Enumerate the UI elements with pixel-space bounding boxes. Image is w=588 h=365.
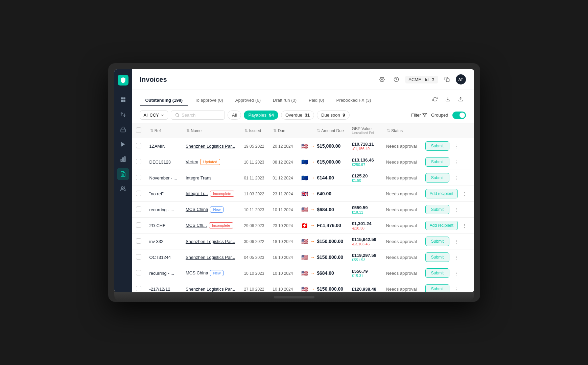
- gbp-value: £120,938.48: [352, 287, 378, 292]
- filter-button[interactable]: Filter: [411, 113, 427, 118]
- vendor-name[interactable]: Shenzhen Logistics Par...: [186, 255, 235, 260]
- export-button[interactable]: [456, 94, 466, 104]
- filter-due-soon[interactable]: Due soon 9: [317, 111, 350, 120]
- main-content: Invoices ACME Ltd AT: [132, 69, 474, 292]
- filter-payables-count: 94: [269, 113, 274, 118]
- vendor-name[interactable]: MCS China: [186, 270, 208, 275]
- more-menu-button[interactable]: ⋮: [451, 173, 461, 182]
- row-checkbox-2[interactable]: [136, 175, 141, 180]
- filter-overdue[interactable]: Overdue 31: [281, 111, 314, 120]
- user-avatar[interactable]: AT: [456, 74, 466, 84]
- copy-button[interactable]: [442, 74, 452, 85]
- search-box[interactable]: Search: [171, 111, 225, 120]
- tab-outstanding[interactable]: Outstanding (198): [140, 95, 188, 106]
- row-checkbox-3[interactable]: [136, 191, 141, 196]
- row-checkbox-5[interactable]: [136, 222, 141, 228]
- company-selector[interactable]: ACME Ltd: [405, 76, 438, 83]
- app-logo[interactable]: [118, 75, 128, 86]
- add-recipient-button[interactable]: Add recipient: [425, 189, 458, 198]
- tab-approved[interactable]: Approved (6): [230, 95, 266, 106]
- currency-flag: 🇺🇸: [301, 286, 308, 292]
- issued-date: 01 11 2023: [244, 176, 264, 180]
- row-checkbox-7[interactable]: [136, 254, 141, 260]
- filter-overdue-label: Overdue: [285, 113, 302, 118]
- col-status: ⇅ Status: [382, 123, 421, 138]
- vendor-name[interactable]: Vertex: [186, 159, 198, 164]
- sidebar-item-invoices[interactable]: [117, 168, 129, 180]
- row-checkbox-0[interactable]: [136, 143, 141, 148]
- more-menu-button[interactable]: ⋮: [451, 284, 461, 292]
- add-recipient-button[interactable]: Add recipient: [425, 221, 458, 230]
- due-date: 23 10 2024: [273, 223, 293, 228]
- sidebar-item-analytics[interactable]: [117, 153, 129, 165]
- more-menu-button[interactable]: ⋮: [451, 252, 461, 262]
- submit-button[interactable]: Submit: [425, 157, 449, 167]
- download-button[interactable]: [443, 94, 453, 104]
- tab-draft-run[interactable]: Draft run (0): [267, 95, 302, 106]
- submit-button[interactable]: Submit: [425, 173, 449, 182]
- vendor-name[interactable]: Shenzhen Logistics Par...: [186, 287, 235, 292]
- vendor-name[interactable]: Shenzhen Logistics Par...: [186, 239, 235, 244]
- due-date: 23 11 2024: [273, 192, 293, 196]
- grouped-toggle[interactable]: [452, 112, 466, 119]
- refresh-button[interactable]: [430, 94, 440, 104]
- amount-cell: 🇺🇸 → $15,000.00: [301, 143, 344, 149]
- table-row: OCT31244Shenzhen Logistics Par...04 05 2…: [132, 249, 474, 265]
- more-menu-button[interactable]: ⋮: [451, 141, 461, 151]
- sidebar-item-transfers[interactable]: [117, 108, 129, 121]
- filter-payables[interactable]: Payables 94: [244, 111, 278, 120]
- due-date: 16 10 2024: [273, 255, 293, 260]
- vendor-name[interactable]: Integre Trans: [186, 175, 212, 180]
- header: Invoices ACME Ltd AT: [132, 69, 474, 90]
- row-checkbox-4[interactable]: [136, 206, 141, 212]
- sidebar-item-security[interactable]: [117, 123, 129, 136]
- vendor-name[interactable]: Shenzhen Logistics Par...: [186, 144, 235, 149]
- more-menu-button[interactable]: ⋮: [451, 205, 461, 214]
- submit-button[interactable]: Submit: [425, 252, 449, 262]
- sidebar-item-play[interactable]: [117, 138, 129, 150]
- new-badge: New: [210, 270, 224, 276]
- filter-all[interactable]: All: [228, 111, 241, 120]
- gbp-value: £559.59: [352, 205, 378, 210]
- submit-button[interactable]: Submit: [425, 205, 449, 214]
- submit-button[interactable]: Submit: [425, 284, 449, 292]
- tab-prebooked-fx[interactable]: Prebooked FX (3): [331, 95, 377, 106]
- row-checkbox-8[interactable]: [136, 270, 141, 275]
- invoices-table: ⇅ Ref ⇅ Name ⇅ Issued ⇅ Due ⇅ Amount Due…: [132, 123, 474, 292]
- submit-button[interactable]: Submit: [425, 237, 449, 246]
- more-menu-button[interactable]: ⋮: [451, 237, 461, 246]
- submit-button[interactable]: Submit: [425, 268, 449, 278]
- more-menu-button[interactable]: ⋮: [451, 268, 461, 278]
- status-text: Needs approval: [386, 160, 417, 165]
- tab-paid[interactable]: Paid (0): [303, 95, 330, 106]
- gbp-value: £10,718.11: [352, 142, 378, 147]
- settings-button[interactable]: [377, 74, 387, 85]
- row-checkbox-6[interactable]: [136, 238, 141, 244]
- sidebar-item-dashboard[interactable]: [117, 94, 129, 106]
- tabs-bar: Outstanding (198) To approve (0) Approve…: [132, 90, 474, 107]
- arrow-icon: →: [310, 239, 315, 244]
- pnl-value: -£3,103.45: [352, 242, 378, 246]
- arrow-icon: →: [310, 207, 315, 212]
- more-menu-button[interactable]: ⋮: [451, 157, 461, 167]
- invoices-table-container: ⇅ Ref ⇅ Name ⇅ Issued ⇅ Due ⇅ Amount Due…: [132, 123, 474, 292]
- currency-flag: 🇪🇺: [301, 175, 308, 181]
- svg-rect-8: [124, 157, 125, 162]
- row-checkbox-9[interactable]: [136, 286, 141, 291]
- more-menu-button[interactable]: ⋮: [460, 221, 469, 230]
- vendor-name[interactable]: MCS Chi...: [186, 223, 207, 228]
- currency-selector[interactable]: All CCY: [140, 111, 168, 120]
- vendor-name[interactable]: MCS China: [186, 207, 208, 212]
- select-all-checkbox[interactable]: [136, 127, 141, 133]
- row-checkbox-1[interactable]: [136, 159, 141, 164]
- amount-value: $684.00: [317, 207, 334, 212]
- tab-to-approve[interactable]: To approve (0): [189, 95, 229, 106]
- amount-cell: 🇬🇧 → £40.00: [301, 191, 344, 197]
- arrow-icon: →: [310, 286, 315, 292]
- vendor-name[interactable]: Integre Tr...: [186, 191, 208, 196]
- updated-badge: Updated: [200, 159, 220, 165]
- more-menu-button[interactable]: ⋮: [460, 189, 469, 198]
- help-button[interactable]: [391, 74, 402, 85]
- sidebar-item-users[interactable]: [117, 183, 129, 195]
- submit-button[interactable]: Submit: [425, 141, 449, 151]
